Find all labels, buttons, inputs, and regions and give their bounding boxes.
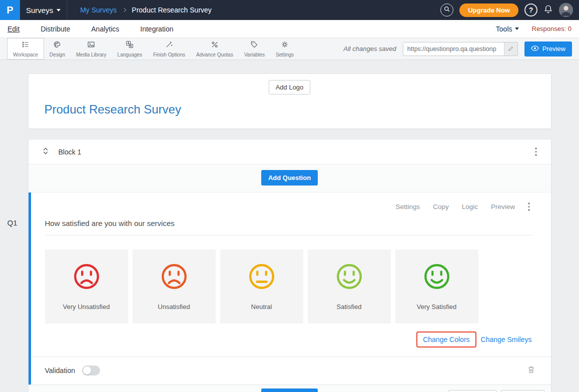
breadcrumb-current: Product Research Survey [132,6,212,14]
delete-question-button[interactable] [527,366,535,376]
product-menu-label: Surveys [26,6,53,14]
option-neutral[interactable]: Neutral [220,250,303,324]
survey-header-card: Add Logo Product Research Survey [28,74,551,129]
gear-icon [281,40,289,50]
toolbar-right: All changes saved Preview [343,38,572,60]
percent-icon [211,40,219,50]
tool-label: Workspace [13,52,38,58]
smile-smiley-icon [423,262,451,292]
change-smileys-link[interactable]: Change Smileys [481,336,532,344]
search-button[interactable] [440,4,453,16]
add-question-button-bottom[interactable]: Add Question [261,388,318,392]
tool-label: Variables [244,52,265,58]
separator-button[interactable]: Separator [501,390,544,392]
option-label: Unsatisfied [158,303,190,310]
tool-label: Settings [276,52,294,58]
wand-icon [165,40,173,50]
tool-workspace[interactable]: Workspace [7,38,44,60]
breadcrumb-parent[interactable]: My Surveys [80,6,117,14]
editor-toolbar: Workspace Design Media Library Languages… [0,38,579,60]
question-preview-link[interactable]: Preview [491,203,515,210]
question-actions: Settings Copy Logic Preview [45,200,532,213]
validation-label: Validation [45,366,75,374]
top-bar: P Surveys My Surveys Product Research Su… [0,0,579,20]
tool-languages[interactable]: Languages [112,38,148,60]
question-text[interactable]: How satisfied are you with our services [45,219,532,236]
survey-url-box [403,42,518,56]
add-question-strip-top: Add Question [29,164,551,192]
eye-icon [531,45,539,52]
module-nav: Edit Distribute Analytics Integration To… [0,20,579,38]
block-card: Block 1 Add Question Q1 Settings Copy Lo… [28,139,551,392]
workspace-icon [22,40,30,50]
page-break-button[interactable]: Page Break [448,390,497,392]
trash-icon [527,366,535,376]
questionpro-logo[interactable]: P [0,0,20,20]
tool-advance-quotas[interactable]: Advance Quotas [191,38,239,60]
tool-variables[interactable]: Variables [239,38,270,60]
question-copy-link[interactable]: Copy [433,203,449,210]
search-icon [444,6,450,14]
subnav-right: Tools Responses: 0 [496,25,571,33]
tool-design[interactable]: Design [44,38,71,60]
neutral-smiley-icon [248,262,276,292]
tab-edit[interactable]: Edit [8,25,20,33]
tools-menu[interactable]: Tools [496,25,519,33]
tool-settings[interactable]: Settings [270,38,299,60]
add-question-strip-bottom: Add Question Page Break Separator [29,384,551,392]
survey-title[interactable]: Product Research Survey [45,102,551,116]
tool-media-library[interactable]: Media Library [71,38,112,60]
question-logic-link[interactable]: Logic [462,203,478,210]
chevron-down-icon [57,9,61,12]
block-header: Block 1 [29,140,551,164]
preview-label: Preview [542,45,565,52]
frown-smiley-icon [73,262,101,292]
question-menu-button[interactable] [526,200,532,213]
tool-finish-options[interactable]: Finish Options [148,38,191,60]
responses-count[interactable]: Responses: 0 [532,25,572,32]
product-menu[interactable]: Surveys [26,6,61,14]
tool-label: Design [50,52,65,58]
smiley-options: Very Unsatisfied Unsatisfied Neutral [45,250,532,324]
option-label: Satisfied [337,303,362,310]
option-very-unsatisfied[interactable]: Very Unsatisfied [45,250,128,324]
block-menu-button[interactable] [533,146,539,158]
notifications-button[interactable] [543,4,553,16]
chevron-right-icon [122,8,126,12]
tool-label: Languages [118,52,143,58]
option-label: Neutral [251,303,272,310]
image-icon [87,40,95,50]
help-button[interactable]: ? [524,4,537,16]
change-colors-link[interactable]: Change Colors [416,332,476,348]
topbar-actions: Upgrade Now ? [440,3,579,17]
chevron-down-icon [515,28,519,30]
preview-button[interactable]: Preview [524,42,572,56]
smile-smiley-icon [335,262,363,292]
survey-url-input[interactable] [403,42,504,56]
palette-icon [53,40,61,50]
tool-label: Advance Quotas [196,52,233,58]
collapse-block-button[interactable] [43,148,49,156]
block-title: Block 1 [59,148,82,156]
translate-icon [126,40,134,50]
option-label: Very Unsatisfied [63,303,110,310]
option-satisfied[interactable]: Satisfied [308,250,391,324]
tag-icon [250,40,258,50]
tab-integration[interactable]: Integration [140,25,173,33]
brand-area: P Surveys [0,0,67,20]
option-unsatisfied[interactable]: Unsatisfied [133,250,216,324]
tab-distribute[interactable]: Distribute [41,25,70,33]
add-logo-button[interactable]: Add Logo [269,80,311,94]
option-label: Very Satisfied [417,303,457,310]
tab-analytics[interactable]: Analytics [91,25,119,33]
frown-smiley-icon [160,262,188,292]
add-question-button-top[interactable]: Add Question [261,170,318,186]
upgrade-now-button[interactable]: Upgrade Now [459,4,518,17]
validation-toggle[interactable] [82,366,100,376]
question-settings-link[interactable]: Settings [395,203,420,210]
option-very-satisfied[interactable]: Very Satisfied [395,250,478,324]
breadcrumb: My Surveys Product Research Survey [80,6,212,14]
avatar[interactable] [559,3,573,17]
edit-url-button[interactable] [504,42,517,56]
question-card: Q1 Settings Copy Logic Preview How satis… [29,192,551,384]
